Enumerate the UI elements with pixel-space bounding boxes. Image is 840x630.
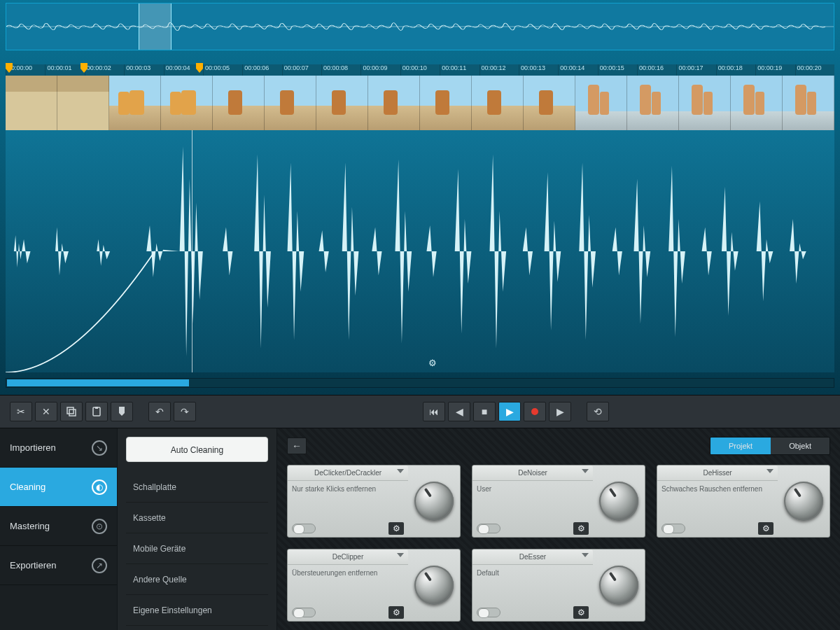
- sidebar-item-import[interactable]: Importieren ↘: [0, 428, 117, 468]
- loop-button[interactable]: ⟲: [587, 402, 609, 421]
- video-thumb: [161, 76, 213, 130]
- preset-mobile-geraete[interactable]: Mobile Geräte: [126, 533, 268, 564]
- video-thumb: [679, 76, 731, 130]
- module-enable-toggle[interactable]: [292, 608, 316, 617]
- ruler-tick: 00:00:12: [479, 64, 519, 76]
- ruler-tick: 00:00:17: [676, 64, 715, 76]
- video-thumb: [627, 76, 679, 130]
- gear-icon[interactable]: ⚙: [428, 358, 437, 368]
- video-thumb: [265, 76, 316, 130]
- preset-kassette[interactable]: Kassette: [126, 503, 268, 533]
- horizontal-scrollbar[interactable]: [6, 378, 834, 388]
- copy-button[interactable]: [60, 402, 83, 421]
- module-knob[interactable]: [414, 482, 454, 521]
- module-knob[interactable]: [414, 566, 454, 605]
- effects-rack: ← Projekt Objekt DeClicker/DeCrackler Nu…: [277, 428, 840, 630]
- sidebar-item-mastering[interactable]: Mastering ⊙: [0, 507, 117, 546]
- overview-selection[interactable]: [139, 4, 172, 50]
- video-thumb: [783, 76, 834, 130]
- chevron-down-icon: [582, 469, 589, 473]
- ruler-tick: 00:00:01: [45, 64, 84, 76]
- ruler-tick: 00:00:06: [242, 64, 281, 76]
- delete-button[interactable]: ✕: [35, 402, 57, 421]
- module-title: DeNoiser: [518, 469, 547, 477]
- video-thumb: [109, 76, 161, 130]
- module-enable-toggle[interactable]: [477, 608, 500, 617]
- video-thumb: [316, 76, 368, 130]
- main-waveform[interactable]: ⚙: [6, 130, 834, 372]
- back-button[interactable]: ←: [287, 438, 307, 454]
- prev-marker-button[interactable]: ⏮: [423, 402, 445, 421]
- time-ruler[interactable]: 00:00:00 00:00:01 00:00:02 00:00:03 00:0…: [6, 64, 834, 76]
- chevron-down-icon: [397, 553, 404, 557]
- ruler-tick: 00:00:02: [85, 64, 124, 76]
- video-thumb: [575, 76, 627, 130]
- tab-objekt[interactable]: Objekt: [771, 438, 830, 454]
- module-title-dropdown[interactable]: DeNoiser: [472, 465, 593, 481]
- ruler-tick: 00:00:05: [203, 64, 242, 76]
- module-knob[interactable]: [784, 482, 823, 521]
- undo-button[interactable]: ↶: [148, 402, 171, 421]
- ruler-tick: 00:00:03: [124, 64, 163, 76]
- scroll-thumb[interactable]: [7, 379, 189, 386]
- module-preset-label: User: [477, 481, 589, 522]
- module-settings-button[interactable]: ⚙: [573, 606, 589, 619]
- video-thumb: [6, 76, 57, 130]
- clean-icon: ◐: [92, 479, 107, 495]
- module-knob[interactable]: [599, 566, 638, 605]
- paste-button[interactable]: [85, 402, 108, 421]
- overview-waveform[interactable]: [6, 3, 834, 50]
- sidebar-item-label: Importieren: [10, 442, 56, 453]
- module-title-dropdown[interactable]: DeClicker/DeCrackler: [288, 465, 408, 481]
- preset-andere-quelle[interactable]: Andere Quelle: [126, 564, 268, 595]
- module-settings-button[interactable]: ⚙: [758, 522, 774, 535]
- module-knob[interactable]: [599, 482, 638, 521]
- video-thumbnail-track[interactable]: [6, 76, 834, 130]
- tab-projekt[interactable]: Projekt: [710, 438, 771, 454]
- module-settings-button[interactable]: ⚙: [573, 522, 589, 535]
- ruler-tick: 00:00:11: [440, 64, 479, 76]
- module-title-dropdown[interactable]: DeHisser: [657, 465, 778, 481]
- auto-cleaning-button[interactable]: Auto Cleaning: [126, 437, 268, 462]
- step-back-button[interactable]: ◀: [448, 402, 470, 421]
- module-preset-label: Default: [477, 565, 589, 606]
- module-dehisser: DeHisser Schwaches Rauschen entfernen ⚙: [657, 465, 830, 538]
- video-thumb: [731, 76, 783, 130]
- cut-button[interactable]: ✂: [10, 402, 32, 421]
- redo-button[interactable]: ↷: [174, 402, 196, 421]
- svg-rect-5: [95, 407, 98, 409]
- video-thumb: [368, 76, 420, 130]
- chevron-down-icon: [766, 469, 774, 473]
- ruler-tick: 00:00:08: [321, 64, 360, 76]
- sidebar-item-cleaning[interactable]: Cleaning ◐: [0, 468, 117, 507]
- ruler-tick: 00:00:20: [795, 64, 834, 76]
- module-settings-button[interactable]: ⚙: [388, 606, 404, 619]
- module-preset-label: Schwaches Rauschen entfernen: [662, 481, 774, 522]
- module-title-dropdown[interactable]: DeEsser: [472, 550, 593, 565]
- marker-button[interactable]: [111, 402, 133, 421]
- svg-rect-2: [67, 407, 74, 414]
- play-button[interactable]: ▶: [498, 402, 521, 421]
- module-title-dropdown[interactable]: DeClipper: [288, 550, 408, 565]
- record-button[interactable]: [524, 402, 546, 421]
- playhead-cursor[interactable]: [192, 130, 192, 372]
- scope-tabs: Projekt Objekt: [710, 437, 830, 455]
- module-settings-button[interactable]: ⚙: [388, 522, 404, 535]
- module-enable-toggle[interactable]: [477, 524, 500, 533]
- lower-panel: Importieren ↘ Cleaning ◐ Mastering ⊙ Exp…: [0, 428, 840, 630]
- export-icon: ↗: [92, 558, 107, 573]
- module-title: DeEsser: [519, 553, 546, 561]
- ruler-tick: 00:00:10: [400, 64, 440, 76]
- module-title: DeClipper: [332, 553, 363, 561]
- module-enable-toggle[interactable]: [292, 524, 316, 533]
- chevron-down-icon: [582, 553, 589, 557]
- stop-button[interactable]: ■: [473, 402, 496, 421]
- video-thumb: [420, 76, 472, 130]
- sidebar-item-label: Mastering: [10, 521, 50, 531]
- module-enable-toggle[interactable]: [662, 524, 685, 533]
- step-forward-button[interactable]: ▶: [549, 402, 571, 421]
- preset-eigene-einstellungen[interactable]: Eigene Einstellungen: [126, 595, 268, 626]
- sidebar-item-export[interactable]: Exportieren ↗: [0, 546, 117, 585]
- ruler-tick: 00:00:15: [598, 64, 637, 76]
- preset-schallplatte[interactable]: Schallplatte: [126, 472, 268, 503]
